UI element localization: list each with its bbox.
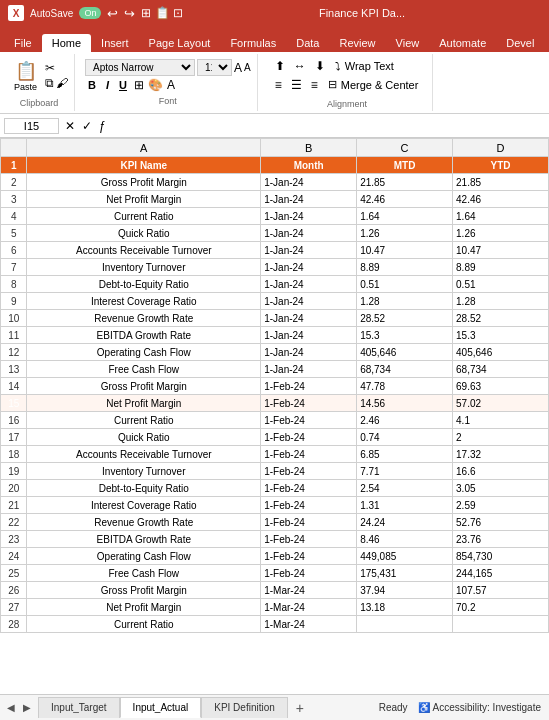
table-cell[interactable]: 244,165 xyxy=(453,565,549,582)
table-cell[interactable]: 0.51 xyxy=(453,276,549,293)
wrap-text-button[interactable]: ⤵ Wrap Text xyxy=(331,58,398,74)
table-cell[interactable]: Free Cash Flow xyxy=(27,565,261,582)
autosave-toggle[interactable]: On xyxy=(79,7,101,19)
table-cell[interactable]: 14.56 xyxy=(357,395,453,412)
col-header-d[interactable]: D xyxy=(453,139,549,157)
tab-data[interactable]: Data xyxy=(286,34,329,52)
tab-file[interactable]: File xyxy=(4,34,42,52)
tab-view[interactable]: View xyxy=(386,34,430,52)
table-cell[interactable]: Inventory Turnover xyxy=(27,463,261,480)
table-cell[interactable]: 1.26 xyxy=(357,225,453,242)
col-header-a[interactable]: A xyxy=(27,139,261,157)
table-cell[interactable]: 10.47 xyxy=(357,242,453,259)
table-cell[interactable]: Revenue Growth Rate xyxy=(27,514,261,531)
table-cell[interactable]: 1-Mar-24 xyxy=(261,616,357,633)
table-cell[interactable]: 1-Feb-24 xyxy=(261,429,357,446)
table-cell[interactable]: Debt-to-Equity Ratio xyxy=(27,480,261,497)
table-cell[interactable] xyxy=(357,616,453,633)
table-cell[interactable]: 1-Jan-24 xyxy=(261,361,357,378)
table-cell[interactable]: 1-Jan-24 xyxy=(261,259,357,276)
cut-icon[interactable]: ✂ xyxy=(45,61,55,75)
align-middle-button[interactable]: ↔ xyxy=(291,58,309,74)
table-cell[interactable]: 1-Jan-24 xyxy=(261,191,357,208)
sheet-nav-right-icon[interactable]: ▶ xyxy=(20,700,34,715)
table-cell[interactable]: 2.54 xyxy=(357,480,453,497)
header-cell-2[interactable]: MTD xyxy=(357,157,453,174)
cancel-formula-icon[interactable]: ✕ xyxy=(63,119,77,133)
table-cell[interactable]: 1-Mar-24 xyxy=(261,599,357,616)
table-cell[interactable]: Free Cash Flow xyxy=(27,361,261,378)
table-cell[interactable]: 405,646 xyxy=(453,344,549,361)
table-cell[interactable]: 1-Feb-24 xyxy=(261,463,357,480)
table-cell[interactable]: 449,085 xyxy=(357,548,453,565)
align-bottom-button[interactable]: ⬇ xyxy=(312,58,328,74)
underline-button[interactable]: U xyxy=(116,78,130,92)
table-cell[interactable]: 1-Jan-24 xyxy=(261,225,357,242)
table-cell[interactable]: 1.28 xyxy=(357,293,453,310)
col-header-b[interactable]: B xyxy=(261,139,357,157)
table-cell[interactable]: 2.59 xyxy=(453,497,549,514)
table-cell[interactable]: 3.05 xyxy=(453,480,549,497)
confirm-formula-icon[interactable]: ✓ xyxy=(80,119,94,133)
align-center-button[interactable]: ☰ xyxy=(288,76,305,93)
table-cell[interactable]: 1.31 xyxy=(357,497,453,514)
align-left-button[interactable]: ≡ xyxy=(272,76,285,93)
table-cell[interactable]: 52.76 xyxy=(453,514,549,531)
table-cell[interactable]: 1-Feb-24 xyxy=(261,565,357,582)
font-size-select[interactable]: 11 xyxy=(197,59,232,76)
table-cell[interactable]: Quick Ratio xyxy=(27,429,261,446)
table-cell[interactable]: 1-Feb-24 xyxy=(261,548,357,565)
insert-function-icon[interactable]: ƒ xyxy=(97,119,108,133)
italic-button[interactable]: I xyxy=(103,78,112,92)
col-header-c[interactable]: C xyxy=(357,139,453,157)
table-cell[interactable]: 15.3 xyxy=(453,327,549,344)
table-cell[interactable]: 23.76 xyxy=(453,531,549,548)
table-cell[interactable]: 1-Jan-24 xyxy=(261,276,357,293)
table-cell[interactable]: Net Profit Margin xyxy=(27,599,261,616)
tab-review[interactable]: Review xyxy=(329,34,385,52)
table-cell[interactable]: 1-Feb-24 xyxy=(261,378,357,395)
table-cell[interactable]: Gross Profit Margin xyxy=(27,174,261,191)
table-cell[interactable]: 1.64 xyxy=(357,208,453,225)
table-cell[interactable]: 1-Feb-24 xyxy=(261,412,357,429)
header-cell-3[interactable]: YTD xyxy=(453,157,549,174)
table-cell[interactable]: 28.52 xyxy=(357,310,453,327)
table-cell[interactable]: 2 xyxy=(453,429,549,446)
table-cell[interactable]: Accounts Receivable Turnover xyxy=(27,446,261,463)
sheet-tab-input-actual[interactable]: Input_Actual xyxy=(120,697,202,718)
table-cell[interactable]: 21.85 xyxy=(357,174,453,191)
table-cell[interactable]: 0.74 xyxy=(357,429,453,446)
table-cell[interactable]: 1-Feb-24 xyxy=(261,395,357,412)
table-cell[interactable]: 1-Jan-24 xyxy=(261,327,357,344)
table-cell[interactable]: 2.46 xyxy=(357,412,453,429)
table-cell[interactable]: 42.46 xyxy=(453,191,549,208)
paste-button[interactable]: 📋 Paste xyxy=(10,58,41,94)
table-cell[interactable]: Gross Profit Margin xyxy=(27,378,261,395)
tab-devel[interactable]: Devel xyxy=(496,34,544,52)
tab-insert[interactable]: Insert xyxy=(91,34,139,52)
table-cell[interactable]: Inventory Turnover xyxy=(27,259,261,276)
table-cell[interactable]: 69.63 xyxy=(453,378,549,395)
table-cell[interactable]: 17.32 xyxy=(453,446,549,463)
table-cell[interactable]: 1.26 xyxy=(453,225,549,242)
table-cell[interactable]: 8.46 xyxy=(357,531,453,548)
table-cell[interactable]: 1-Feb-24 xyxy=(261,446,357,463)
table-cell[interactable]: 6.85 xyxy=(357,446,453,463)
table-cell[interactable]: Operating Cash Flow xyxy=(27,344,261,361)
table-cell[interactable]: 1-Jan-24 xyxy=(261,242,357,259)
table-cell[interactable]: Current Ratio xyxy=(27,412,261,429)
table-cell[interactable]: 37.94 xyxy=(357,582,453,599)
table-cell[interactable]: Interest Coverage Ratio xyxy=(27,293,261,310)
table-cell[interactable]: 8.89 xyxy=(357,259,453,276)
table-cell[interactable]: 1-Jan-24 xyxy=(261,174,357,191)
table-cell[interactable]: Debt-to-Equity Ratio xyxy=(27,276,261,293)
table-cell[interactable]: Operating Cash Flow xyxy=(27,548,261,565)
table-cell[interactable]: Revenue Growth Rate xyxy=(27,310,261,327)
sheet-tab-input-target[interactable]: Input_Target xyxy=(38,697,120,718)
table-cell[interactable]: 405,646 xyxy=(357,344,453,361)
table-cell[interactable]: 10.47 xyxy=(453,242,549,259)
table-cell[interactable]: 47.78 xyxy=(357,378,453,395)
table-cell[interactable]: 854,730 xyxy=(453,548,549,565)
table-cell[interactable]: 1.28 xyxy=(453,293,549,310)
formula-input[interactable] xyxy=(112,119,545,133)
